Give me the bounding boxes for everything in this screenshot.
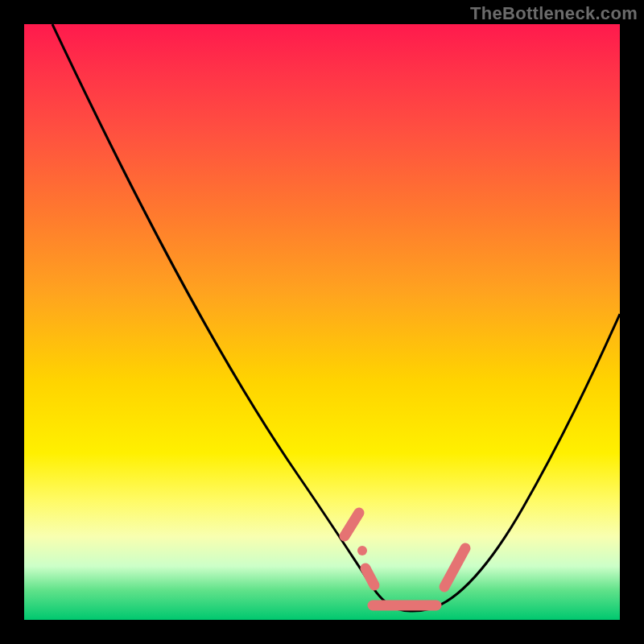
plot-area — [24, 24, 620, 620]
marker-left-upper — [345, 513, 359, 536]
marker-left-dot — [357, 546, 367, 555]
right-curve — [396, 314, 620, 611]
chart-frame: TheBottleneck.com — [0, 0, 644, 644]
watermark-text: TheBottleneck.com — [470, 3, 638, 24]
marker-left-lower — [365, 568, 374, 585]
marker-group — [345, 513, 465, 605]
left-curve — [52, 24, 396, 609]
chart-svg — [24, 24, 620, 620]
marker-right — [444, 548, 465, 587]
